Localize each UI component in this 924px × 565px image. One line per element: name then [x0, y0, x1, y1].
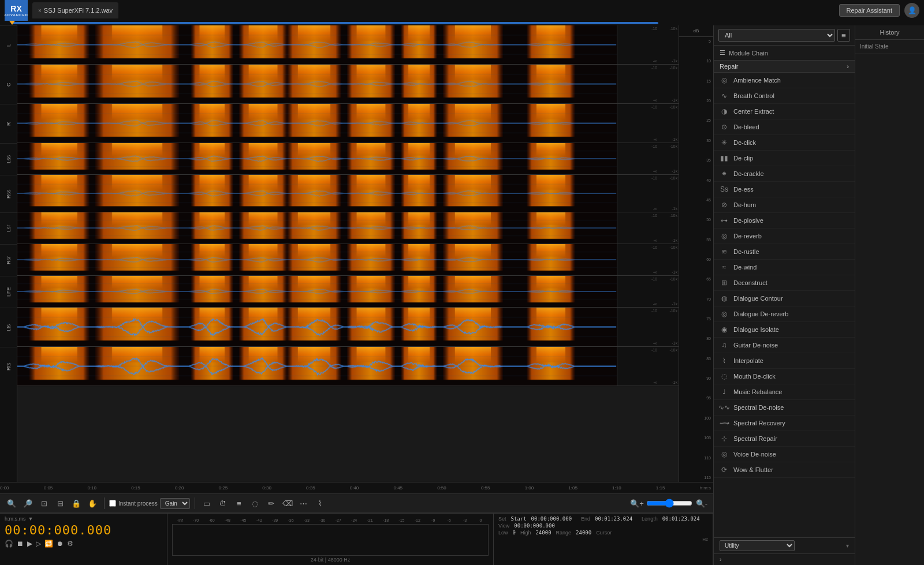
length-label: Length [642, 516, 658, 522]
stop-button[interactable]: ⏹ [17, 540, 24, 548]
instant-process-checkbox[interactable] [109, 500, 116, 507]
module-icon-de-click: ✳ [720, 138, 729, 147]
high-val: 24000 [535, 530, 551, 536]
brush-button[interactable]: ✏ [264, 496, 278, 510]
track-row-l[interactable]: -10-∞-10k-1k [17, 25, 679, 65]
track-row-lsr[interactable]: -10-∞-10k-1k [17, 212, 679, 244]
module-item-voice-de-noise[interactable]: ◎Voice De-noise [714, 447, 855, 462]
module-label-de-ess: De-ess [733, 186, 754, 193]
module-item-guitar-de-noise[interactable]: ♫Guitar De-noise [714, 338, 855, 353]
spectrogram-area[interactable]: -10-∞-10k-1k-10-∞-10k-1k-10-∞-10k-1k-10-… [17, 25, 679, 482]
repair-section-header[interactable]: Repair › [714, 61, 855, 73]
select-rect-button[interactable]: ▭ [200, 496, 214, 510]
module-label-spectral-recovery: Spectral Recovery [733, 420, 785, 426]
loop-button[interactable]: 🔁 [44, 540, 53, 548]
pan-tool-button[interactable]: ✋ [85, 496, 99, 510]
module-item-deconstruct[interactable]: ⊞Deconstruct [714, 275, 855, 291]
module-item-de-click[interactable]: ✳De-click [714, 135, 855, 151]
time-tick-15: 1:15 [656, 485, 700, 491]
track-row-rss[interactable]: -10-∞-10k-1k [17, 175, 679, 212]
sidebar-menu-button[interactable]: ≡ [837, 29, 850, 42]
zoom-out-right-button[interactable]: 🔍- [695, 496, 709, 510]
track-row-rsr[interactable]: -10-∞-10k-1k [17, 244, 679, 276]
module-label-center-extract: Center Extract [733, 108, 774, 115]
gain-select[interactable]: Gain [160, 498, 190, 509]
play-selection-button[interactable]: ▷ [36, 540, 41, 548]
module-list: ◎Ambience Match∿Breath Control◑Center Ex… [714, 73, 855, 537]
select-freq-button[interactable]: ≡ [232, 496, 246, 510]
module-item-dialogue-isolate[interactable]: ◉Dialogue Isolate [714, 322, 855, 338]
zoom-lock-button[interactable]: 🔒 [69, 496, 83, 510]
module-item-de-bleed[interactable]: ⊙De-bleed [714, 119, 855, 135]
track-row-r[interactable]: -10-∞-10k-1k [17, 104, 679, 143]
module-chain-button[interactable]: ☰ Module Chain [714, 46, 855, 61]
lasso-button[interactable]: ◌ [248, 496, 262, 510]
select-time-button[interactable]: ⏱ [216, 496, 230, 510]
module-icon-de-ess: Ss [720, 185, 729, 194]
module-icon-voice-de-noise: ◎ [720, 450, 729, 459]
module-item-dialogue-de-reverb[interactable]: ◎Dialogue De-reverb [714, 306, 855, 322]
file-tab[interactable]: × SSJ SuperXFi 7.1.2.wav [32, 2, 118, 18]
module-icon-de-hum: ⊘ [720, 200, 729, 209]
module-chain-icon: ☰ [720, 49, 725, 57]
set-start-label: Start [511, 516, 527, 522]
module-item-spectral-repair[interactable]: ⊹Spectral Repair [714, 431, 855, 447]
module-icon-mouth-de-click: ◌ [720, 372, 729, 381]
module-label-de-crackle: De-crackle [733, 170, 764, 177]
zoom-out-button[interactable]: 🔍 [5, 496, 18, 510]
db-tick-25: 25 [681, 118, 711, 122]
track-row-c[interactable]: -10-∞-10k-1k [17, 65, 679, 104]
zoom-sel-button[interactable]: ⊟ [53, 496, 67, 510]
track-row-lss[interactable]: -10-∞-10k-1k [17, 143, 679, 175]
module-item-ambience-match[interactable]: ◎Ambience Match [714, 73, 855, 88]
module-item-de-wind[interactable]: ≈De-wind [714, 260, 855, 275]
module-item-de-reverb[interactable]: ◎De-reverb [714, 229, 855, 244]
range-val: 24000 [576, 530, 591, 536]
module-label-de-clip: De-clip [733, 155, 753, 162]
record-button[interactable]: ⏺ [57, 540, 64, 548]
track-row-lts[interactable]: -10-∞-10k-1k [17, 308, 679, 347]
sidebar-filter-header: All ≡ [714, 25, 855, 46]
time-tick-8: 0:40 [350, 485, 394, 491]
module-item-wow-flutter[interactable]: ⟳Wow & Flutter [714, 462, 855, 478]
module-item-de-rustle[interactable]: ≋De-rustle [714, 244, 855, 260]
play-button[interactable]: ▶ [27, 540, 32, 548]
module-item-spectral-de-noise[interactable]: ∿∿Spectral De-noise [714, 400, 855, 416]
track-row-lfe[interactable]: -10-∞-10k-1k [17, 276, 679, 308]
module-item-de-ess[interactable]: SsDe-ess [714, 182, 855, 197]
more-tools-button[interactable]: ⋯ [297, 496, 311, 510]
settings-button[interactable]: ⚙ [67, 540, 73, 548]
erase-button[interactable]: ⌫ [281, 496, 295, 510]
module-label-spectral-repair: Spectral Repair [733, 435, 777, 442]
meter-scale: -Inf-70-60-48-45-42-39-36-33-30-27-24-21… [172, 516, 489, 524]
module-item-spectral-recovery[interactable]: ⟿Spectral Recovery [714, 416, 855, 431]
expand-arrow[interactable]: › [714, 553, 855, 565]
module-item-mouth-de-click[interactable]: ◌Mouth De-click [714, 369, 855, 384]
module-item-de-hum[interactable]: ⊘De-hum [714, 197, 855, 213]
zoom-fit-button[interactable]: ⊡ [37, 496, 51, 510]
track-row-rts[interactable]: -10-∞-10k-1k [17, 347, 679, 386]
utility-select[interactable]: Utility [720, 540, 795, 551]
module-item-de-clip[interactable]: ▮▮De-clip [714, 151, 855, 166]
meter-tick-n21: -21 [362, 518, 378, 522]
module-item-interpolate[interactable]: ⌇Interpolate [714, 353, 855, 369]
module-item-dialogue-contour[interactable]: ◍Dialogue Contour [714, 291, 855, 306]
module-item-de-crackle[interactable]: ⁕De-crackle [714, 166, 855, 182]
module-icon-de-clip: ▮▮ [720, 154, 729, 163]
close-icon[interactable]: × [38, 8, 42, 14]
connect-button[interactable]: ⌇ [313, 496, 327, 510]
sidebar-filter-select[interactable]: All [718, 29, 835, 42]
zoom-in-time-button[interactable]: 🔎 [21, 496, 35, 510]
module-item-breath-control[interactable]: ∿Breath Control [714, 88, 855, 104]
meter-tick-n3: -3 [457, 518, 472, 522]
end-row: End 00:01:23.024 [581, 516, 632, 522]
time-tick-9: 0:45 [393, 485, 437, 491]
time-tick-5: 0:25 [219, 485, 263, 491]
zoom-in-button[interactable]: 🔍+ [630, 496, 644, 510]
module-item-center-extract[interactable]: ◑Center Extract [714, 104, 855, 119]
module-item-de-plosive[interactable]: ⊶De-plosive [714, 213, 855, 229]
repair-assistant-button[interactable]: Repair Assistant [839, 4, 900, 17]
zoom-slider[interactable] [646, 499, 692, 508]
headphones-button[interactable]: 🎧 [5, 540, 13, 548]
module-item-music-rebalance[interactable]: ♩Music Rebalance [714, 384, 855, 400]
